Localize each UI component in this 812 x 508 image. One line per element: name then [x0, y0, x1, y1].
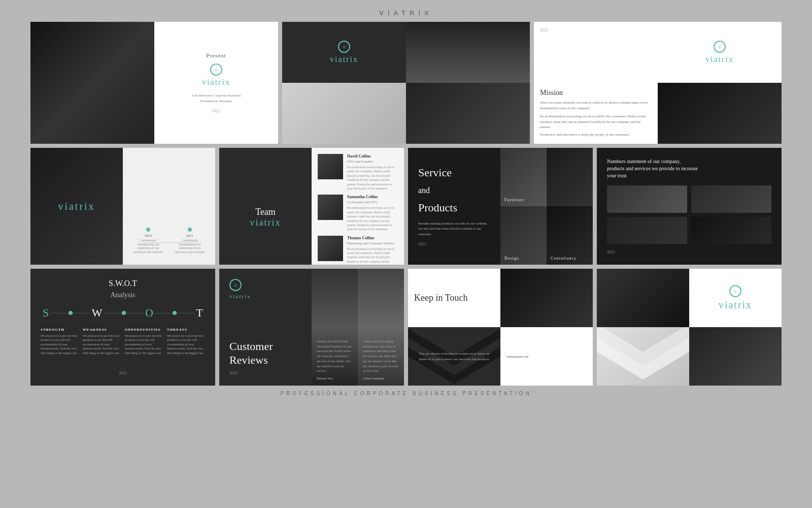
service-cell-consultancy: Consultancy: [547, 206, 593, 265]
member2-role: Co-founder and CFO: [347, 200, 398, 204]
service-title-3: Products: [418, 201, 490, 214]
number-cell-2: [691, 185, 771, 213]
swot-year: 2022: [41, 371, 205, 375]
swot-title-1: S.W.O.T: [41, 279, 205, 288]
service-furniture-label: Furniture: [504, 198, 524, 202]
contact-phone: +123-456-7890: [695, 363, 775, 367]
mission-title: Mission: [540, 89, 652, 97]
member3-name: Thomas Collins: [347, 236, 398, 240]
slide-service-products: Service and Products Besides making prod…: [408, 148, 593, 265]
swot-item-weakness: WEAKNESS We always try to give the best …: [83, 328, 121, 355]
swot-title-2: Analysis: [41, 291, 205, 299]
mission-text2: Be professional in everything we do to s…: [540, 114, 652, 130]
service-title-2: and: [418, 185, 490, 195]
slide-in-a-glance: viatrix In a Glance 2022: [282, 22, 530, 144]
slide2-year: 2022: [411, 134, 420, 139]
number-cell-3: [607, 217, 687, 244]
service-cell-empty: [547, 148, 593, 206]
reviews-logo-icon: [229, 279, 242, 291]
numbers-title: Numbers statement of our company, produc…: [607, 158, 698, 179]
reviews-title-1: Customer: [229, 340, 301, 353]
team-brand: viatrix: [250, 217, 281, 228]
kit-arrow-container: You are always welcome to contact us to …: [408, 327, 500, 386]
reviewer-name-2: Chloe Pullman: [363, 376, 399, 380]
swot-t: T: [194, 306, 205, 320]
service-title-1: Service: [418, 166, 490, 179]
kit-contact-info: reallygratsite.com: [506, 354, 587, 360]
brand-3: viatrix: [705, 55, 734, 64]
swot-item-opportunities: OPPORTUNITIES We always try to give the …: [125, 328, 163, 355]
brand-name: viatrix: [202, 78, 230, 87]
team-member-2: Samantha Collins Co-founder and CFO Be p…: [318, 195, 398, 231]
service-desc: Besides making products we sell on our w…: [418, 221, 490, 237]
mission-text3: Productive and innovative to keep the lo…: [540, 132, 652, 138]
service-consultancy-label: Consultancy: [551, 256, 577, 261]
kit-desc: You are always welcome to contact us to …: [408, 343, 500, 370]
number-cell-1: [607, 185, 687, 213]
swot-s: S: [41, 306, 51, 320]
weakness-desc: We always try to give the best products …: [83, 334, 121, 355]
final-contact: reallygratsite.com @reallygratsite hello…: [689, 327, 782, 386]
reviewer-name-1: Darren Vex: [317, 376, 353, 380]
final-image: [597, 269, 689, 327]
member2-name: Samantha Collins: [347, 195, 398, 199]
contact-email: hello@reallygratsite.com: [695, 357, 775, 361]
swot-w: W: [90, 306, 105, 320]
footer-text: PROFESSIONAL CORPORATE BUSINESS PRESENTA…: [280, 391, 531, 396]
team-member-3: Thomas Collins Marketing and Customer Se…: [318, 236, 398, 265]
service-cell-design: Design: [500, 206, 547, 265]
review-photo-1: Usually, it's hard to find customize fur…: [312, 269, 358, 386]
slide-keep-in-touch: Keep in Touch You are always welcome to …: [408, 269, 593, 386]
slide-team: Team viatrix David Collins CEO and Found…: [219, 148, 404, 265]
team-title: Team: [255, 207, 276, 217]
slide-final: viatrix reallygratsite.com @reallygratsi…: [597, 269, 782, 386]
desc-2021: Continuously strengthening and optimizin…: [175, 239, 205, 255]
service-year: 2022: [418, 242, 490, 246]
swot-item-threats: THREATS We always try to give the best p…: [167, 328, 205, 355]
kit-image: [500, 269, 593, 327]
final-logo-icon: [729, 285, 741, 297]
slide-numbers: Numbers statement of our company, produc…: [597, 148, 782, 265]
slide-mission: 2022 viatrix Mission There are some miss…: [534, 22, 782, 144]
member2-desc: Be professional in everything we do to s…: [347, 206, 398, 231]
reviews-title-2: Reviews: [229, 354, 301, 367]
mission-text: There are some missions we want to achie…: [540, 100, 652, 111]
brand-2: viatrix: [330, 55, 358, 64]
numbers-year: 2022: [607, 250, 771, 255]
year-2021: 2021: [175, 234, 205, 238]
strength-label: STRENGTH: [41, 328, 79, 332]
final-image-2: [597, 327, 689, 386]
slide-swot: S.W.O.T Analysis S W O T STRENGTH We alw…: [30, 269, 215, 386]
opportunities-label: OPPORTUNITIES: [125, 328, 163, 332]
reviews-brand: viatrix: [229, 293, 301, 299]
in-a-glance-label: In a Glance: [411, 124, 445, 132]
final-brand: viatrix: [719, 299, 752, 311]
number-cell-4: [691, 217, 771, 244]
swot-item-strength: STRENGTH We always try to give the best …: [41, 328, 79, 355]
viatrix-icon-2: [338, 41, 350, 53]
review-photo-2: Viatrix not only selling products but al…: [358, 269, 404, 386]
team-photo-1: [318, 154, 343, 179]
slide3-year: 2022: [540, 28, 652, 33]
contact-web: reallygratsite.com: [695, 346, 775, 350]
slide1-year: 2022: [212, 109, 220, 113]
review-text-2: Viatrix not only selling products but al…: [363, 339, 399, 373]
threats-label: THREATS: [167, 328, 205, 332]
member1-desc: Be professional in everything we do to s…: [347, 165, 398, 190]
contact-twitter: @reallygratsite: [695, 352, 775, 356]
slide1-subtitle: A Professional Corporate Business Presen…: [188, 93, 244, 104]
desc-2019: Continuously strengthening and optimizin…: [133, 239, 163, 255]
timeline-brand: viatrix: [58, 201, 95, 212]
service-cell-furniture: Furniture: [500, 148, 547, 206]
team-photo-3: [318, 236, 343, 261]
viatrix-icon-3: [714, 41, 726, 53]
service-design-label: Design: [504, 256, 519, 261]
swot-o: O: [143, 306, 155, 320]
present-label: Present: [206, 52, 226, 58]
page-title: VIATRIX: [379, 9, 433, 17]
strength-desc: We always try to give the best products …: [41, 334, 79, 355]
year-2019: 2019: [133, 234, 163, 238]
member1-role: CEO and Founder: [347, 160, 398, 164]
weakness-label: WEAKNESS: [83, 328, 121, 332]
member1-name: David Collins: [347, 154, 398, 158]
